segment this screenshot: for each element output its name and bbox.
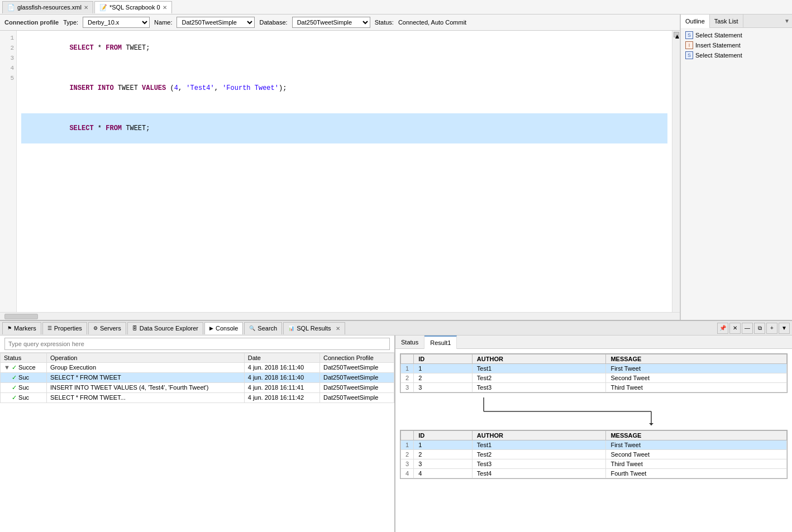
row-operation: Group Execution	[47, 363, 245, 373]
editor-scrollbar[interactable]: ▲	[672, 31, 680, 312]
outline-label-select1: Select Statement	[695, 32, 742, 39]
tab-servers[interactable]: ⚙ Servers	[88, 322, 126, 334]
col-author: AUTHOR	[472, 354, 606, 364]
console-search-bar	[0, 336, 394, 353]
row-num: 3	[401, 459, 414, 469]
properties-label: Properties	[54, 325, 82, 332]
table-row[interactable]: ▼ ✓ Succe Group Execution 4 jun. 2018 16…	[1, 363, 394, 373]
close-button[interactable]: ✕	[729, 323, 741, 334]
status-text: Succe	[18, 364, 36, 371]
outline-menu[interactable]: ▼	[784, 18, 792, 24]
search-label: Search	[257, 325, 277, 332]
conn-type-select[interactable]: Derby_10.x	[83, 17, 150, 28]
cell-message: Second Tweet	[606, 450, 787, 459]
sqlresults-close[interactable]: ✕	[336, 325, 340, 332]
minimize-button[interactable]: —	[742, 323, 753, 334]
view-menu-button[interactable]: ▼	[779, 323, 790, 334]
cell-author: Test4	[472, 469, 606, 478]
task-list-tab[interactable]: Task List	[710, 15, 743, 28]
insert-icon: I	[685, 41, 693, 49]
col-date: Date	[244, 353, 319, 363]
scroll-up-arrow[interactable]: ▲	[674, 32, 679, 37]
tab-sql-scrapbook[interactable]: 📝 *SQL Scrapbook 0 ✕	[94, 1, 172, 13]
app-container: 📄 glassfish-resources.xml ✕ 📝 *SQL Scrap…	[0, 0, 792, 532]
row-date: 4 jun. 2018 16:11:40	[244, 373, 319, 383]
row-date: 4 jun. 2018 16:11:41	[244, 383, 319, 393]
tab-close-glassfish[interactable]: ✕	[84, 4, 88, 11]
cell-message: Fourth Tweet	[606, 469, 787, 478]
row-num: 3	[401, 383, 414, 392]
datasource-label: Data Source Explorer	[140, 325, 198, 332]
sqlresults-icon: 📊	[288, 325, 294, 331]
col-message2: MESSAGE	[606, 431, 787, 440]
tab-properties[interactable]: ☰ Properties	[42, 322, 87, 334]
table-row[interactable]: 3 3 Test3 Third Tweet	[401, 383, 787, 392]
tab-markers[interactable]: ⚑ Markers	[2, 322, 41, 334]
sql-editor[interactable]: 1 2 3 4 5 SELECT * FROM TWEET; INSERT IN…	[0, 31, 680, 312]
console-search-input[interactable]	[4, 338, 390, 350]
checkmark-icon: ✓	[12, 374, 17, 381]
outline-tab[interactable]: Outline	[681, 15, 710, 28]
table-row[interactable]: 2 2 Test2 Second Tweet	[401, 373, 787, 383]
cell-message: Third Tweet	[606, 383, 787, 392]
new-button[interactable]: +	[766, 323, 777, 334]
servers-icon: ⚙	[93, 325, 98, 331]
task-list-label: Task List	[714, 18, 738, 25]
table-row[interactable]: ✓ Suc SELECT * FROM TWEET... 4 jun. 2018…	[1, 393, 394, 403]
console-area: Status Operation Date Connection Profile…	[0, 336, 792, 532]
cell-id: 3	[414, 383, 473, 392]
result-header-row2: ID AUTHOR MESSAGE	[401, 431, 787, 440]
editor-content[interactable]: SELECT * FROM TWEET; INSERT INTO TWEET V…	[17, 31, 672, 312]
cell-message: Second Tweet	[606, 373, 787, 383]
hscroll-thumb[interactable]	[4, 314, 38, 319]
row-status: ✓ Suc	[1, 383, 47, 393]
result-table1: ID AUTHOR MESSAGE 1 1 Test1	[400, 354, 787, 392]
checkmark-icon: ✓	[12, 384, 17, 391]
row-conn: Dat250TweetSimple	[319, 363, 394, 373]
tab-data-source[interactable]: 🗄 Data Source Explorer	[127, 322, 203, 334]
expand-icon[interactable]: ▼	[4, 364, 10, 371]
conn-name-label: Name:	[154, 19, 172, 26]
table-row[interactable]: 1 1 Test1 First Tweet	[401, 440, 787, 450]
servers-label: Servers	[100, 325, 121, 332]
result-content: ID AUTHOR MESSAGE 1 1 Test1	[395, 349, 792, 532]
code-line-3: INSERT INTO TWEET VALUES (4, 'Test4', 'F…	[21, 73, 667, 103]
tab-console[interactable]: ▶ Console	[204, 322, 243, 334]
sql-icon: 📝	[99, 4, 107, 11]
tab-bar: 📄 glassfish-resources.xml ✕ 📝 *SQL Scrap…	[0, 0, 792, 15]
cell-id: 2	[414, 450, 473, 459]
outline-item-select2[interactable]: S Select Statement	[683, 50, 790, 60]
result1-tab[interactable]: Result1	[424, 336, 457, 349]
table-row[interactable]: ✓ Suc INSERT INTO TWEET VALUES (4, 'Test…	[1, 383, 394, 393]
cell-message: Third Tweet	[606, 459, 787, 469]
tab-close-sql[interactable]: ✕	[163, 4, 167, 11]
copy-button[interactable]: ⧉	[754, 323, 765, 334]
table-row[interactable]: 1 1 Test1 First Tweet	[401, 364, 787, 373]
conn-name-select[interactable]: Dat250TweetSimple	[176, 17, 255, 28]
col-rownum2	[401, 431, 414, 440]
outline-label-select2: Select Statement	[695, 52, 742, 59]
properties-icon: ☰	[47, 325, 52, 331]
table-row[interactable]: ✓ Suc SELECT * FROM TWEET 4 jun. 2018 16…	[1, 373, 394, 383]
outline-item-insert[interactable]: I Insert Statement	[683, 40, 790, 50]
cell-author: Test2	[472, 450, 606, 459]
row-status: ▼ ✓ Succe	[1, 363, 47, 373]
pin-button[interactable]: 📌	[717, 323, 728, 334]
cell-message: First Tweet	[606, 440, 787, 450]
conn-db-select[interactable]: Dat250TweetSimple	[292, 17, 370, 28]
outline-content: S Select Statement I Insert Statement S …	[681, 28, 792, 320]
editor-hscrollbar[interactable]	[0, 312, 680, 320]
tab-glassfish[interactable]: 📄 glassfish-resources.xml ✕	[2, 1, 93, 13]
cell-author: Test2	[472, 373, 606, 383]
tab-sql-results[interactable]: 📊 SQL Results ✕	[283, 322, 345, 334]
table-row[interactable]: 3 3 Test3 Third Tweet	[401, 459, 787, 469]
outline-item-select1[interactable]: S Select Statement	[683, 30, 790, 40]
table-row[interactable]: 4 4 Test4 Fourth Tweet	[401, 469, 787, 478]
status-tab[interactable]: Status	[395, 336, 424, 349]
conn-profile-label: Connection profile	[4, 19, 59, 26]
col-author2: AUTHOR	[472, 431, 606, 440]
outline-title: Outline	[685, 18, 705, 25]
table-row[interactable]: 2 2 Test2 Second Tweet	[401, 450, 787, 459]
tab-search[interactable]: 🔍 Search	[244, 322, 282, 334]
cell-id: 1	[414, 364, 473, 373]
